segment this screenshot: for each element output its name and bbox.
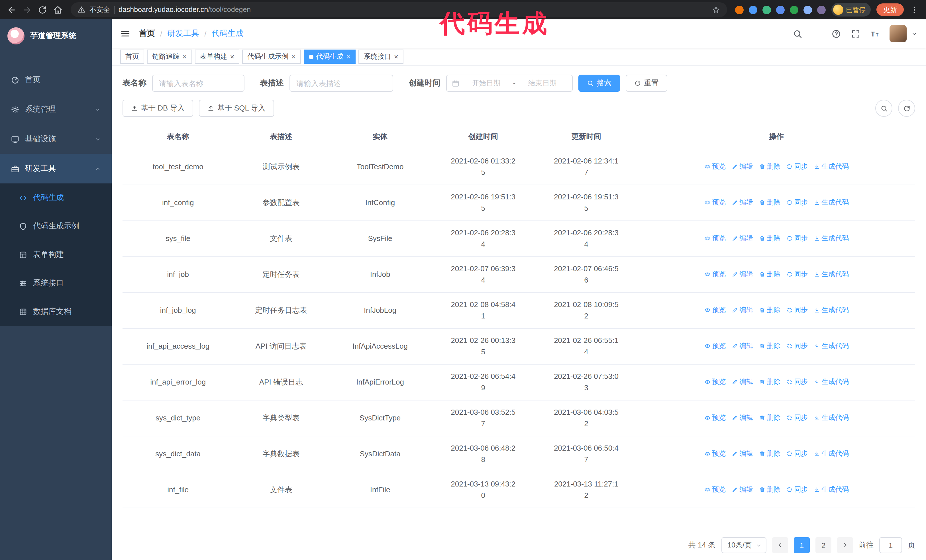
edit-link[interactable]: 编辑 — [731, 448, 753, 459]
preview-link[interactable]: 预览 — [704, 233, 726, 244]
breadcrumb-item[interactable]: 首页 — [139, 29, 155, 39]
tab-close-icon[interactable]: × — [230, 53, 234, 60]
end-date-input[interactable] — [518, 79, 567, 87]
sync-link[interactable]: 同步 — [786, 376, 808, 388]
preview-link[interactable]: 预览 — [704, 484, 726, 495]
sync-link[interactable]: 同步 — [786, 412, 808, 424]
browser-menu-icon[interactable] — [909, 5, 919, 15]
import-db-button[interactable]: 基于 DB 导入 — [123, 100, 194, 117]
tab-system-api[interactable]: 系统接口× — [359, 50, 404, 64]
page-size-select[interactable]: 10条/页 — [721, 537, 766, 553]
sidebar-item-devtools[interactable]: 研发工具 — [0, 154, 112, 183]
tab-home[interactable]: 首页 — [120, 50, 144, 64]
extension-icon[interactable] — [803, 5, 812, 14]
import-sql-button[interactable]: 基于 SQL 导入 — [199, 100, 274, 117]
sync-link[interactable]: 同步 — [786, 305, 808, 316]
avatar-caret-icon[interactable] — [911, 30, 917, 37]
preview-link[interactable]: 预览 — [704, 305, 726, 316]
user-avatar[interactable] — [890, 25, 906, 42]
sidebar-item-form-builder[interactable]: 表单构建 — [0, 240, 112, 269]
delete-link[interactable]: 删除 — [759, 161, 781, 172]
tab-close-icon[interactable]: × — [346, 53, 351, 60]
fullscreen-icon[interactable] — [851, 29, 861, 38]
generate-code-link[interactable]: 生成代码 — [814, 269, 849, 280]
browser-forward-icon[interactable] — [22, 5, 32, 15]
sidebar-item-infrastructure[interactable]: 基础设施 — [0, 124, 112, 154]
page-button-1[interactable]: 1 — [794, 537, 810, 553]
preview-link[interactable]: 预览 — [704, 340, 726, 352]
edit-link[interactable]: 编辑 — [731, 197, 753, 208]
tab-codegen-example[interactable]: 代码生成示例× — [242, 50, 301, 64]
refresh-table-button[interactable] — [898, 100, 915, 117]
next-page-button[interactable] — [837, 537, 853, 553]
preview-link[interactable]: 预览 — [704, 161, 726, 172]
reset-button[interactable]: 重置 — [626, 75, 667, 92]
edit-link[interactable]: 编辑 — [731, 412, 753, 424]
delete-link[interactable]: 删除 — [759, 412, 781, 424]
delete-link[interactable]: 删除 — [759, 269, 781, 280]
help-icon[interactable] — [831, 29, 841, 38]
extension-icon[interactable] — [735, 5, 743, 14]
edit-link[interactable]: 编辑 — [731, 340, 753, 352]
tab-codegen[interactable]: 代码生成× — [304, 50, 356, 64]
delete-link[interactable]: 删除 — [759, 484, 781, 495]
github-icon[interactable] — [812, 29, 822, 38]
update-button[interactable]: 更新 — [876, 3, 904, 16]
extension-icon[interactable] — [817, 5, 825, 14]
delete-link[interactable]: 删除 — [759, 305, 781, 316]
generate-code-link[interactable]: 生成代码 — [814, 448, 849, 459]
extension-icon[interactable] — [790, 5, 798, 14]
delete-link[interactable]: 删除 — [759, 340, 781, 352]
sync-link[interactable]: 同步 — [786, 197, 808, 208]
sidebar-item-system-api[interactable]: 系统接口 — [0, 269, 112, 297]
sidebar-item-db-doc[interactable]: 数据库文档 — [0, 297, 112, 326]
preview-link[interactable]: 预览 — [704, 376, 726, 388]
edit-link[interactable]: 编辑 — [731, 305, 753, 316]
generate-code-link[interactable]: 生成代码 — [814, 376, 849, 388]
generate-code-link[interactable]: 生成代码 — [814, 233, 849, 244]
delete-link[interactable]: 删除 — [759, 376, 781, 388]
generate-code-link[interactable]: 生成代码 — [814, 197, 849, 208]
date-range-picker[interactable]: - — [446, 75, 573, 92]
sync-link[interactable]: 同步 — [786, 448, 808, 459]
generate-code-link[interactable]: 生成代码 — [814, 412, 849, 424]
edit-link[interactable]: 编辑 — [731, 161, 753, 172]
preview-link[interactable]: 预览 — [704, 448, 726, 459]
sync-link[interactable]: 同步 — [786, 484, 808, 495]
breadcrumb-item[interactable]: 研发工具 — [167, 29, 199, 39]
prev-page-button[interactable] — [772, 537, 788, 553]
generate-code-link[interactable]: 生成代码 — [814, 340, 849, 352]
preview-link[interactable]: 预览 — [704, 412, 726, 424]
generate-code-link[interactable]: 生成代码 — [814, 161, 849, 172]
tab-form-builder[interactable]: 表单构建× — [195, 50, 239, 64]
browser-back-icon[interactable] — [7, 5, 17, 15]
bookmark-star-icon[interactable] — [711, 5, 720, 14]
search-icon[interactable] — [793, 29, 802, 38]
tab-close-icon[interactable]: × — [182, 53, 187, 60]
font-size-icon[interactable]: TT — [870, 29, 880, 38]
profile-chip[interactable]: 已暂停 — [831, 3, 871, 17]
extension-icon[interactable] — [776, 5, 784, 14]
search-button[interactable]: 搜索 — [578, 75, 620, 92]
sidebar-item-system[interactable]: 系统管理 — [0, 95, 112, 124]
generate-code-link[interactable]: 生成代码 — [814, 484, 849, 495]
sync-link[interactable]: 同步 — [786, 269, 808, 280]
extension-icon[interactable] — [749, 5, 757, 14]
browser-home-icon[interactable] — [53, 5, 63, 15]
collapse-sidebar-icon[interactable] — [120, 29, 130, 39]
sync-link[interactable]: 同步 — [786, 233, 808, 244]
browser-reload-icon[interactable] — [38, 5, 47, 15]
goto-page-input[interactable] — [879, 537, 902, 553]
tab-close-icon[interactable]: × — [291, 53, 295, 60]
page-button-2[interactable]: 2 — [816, 537, 831, 553]
delete-link[interactable]: 删除 — [759, 197, 781, 208]
edit-link[interactable]: 编辑 — [731, 484, 753, 495]
sidebar-item-codegen[interactable]: 代码生成 — [0, 183, 112, 212]
sidebar-item-home[interactable]: 首页 — [0, 65, 112, 95]
tab-tracer[interactable]: 链路追踪× — [147, 50, 192, 64]
start-date-input[interactable] — [461, 79, 511, 87]
sync-link[interactable]: 同步 — [786, 340, 808, 352]
delete-link[interactable]: 删除 — [759, 448, 781, 459]
toggle-search-button[interactable] — [875, 100, 893, 117]
delete-link[interactable]: 删除 — [759, 233, 781, 244]
